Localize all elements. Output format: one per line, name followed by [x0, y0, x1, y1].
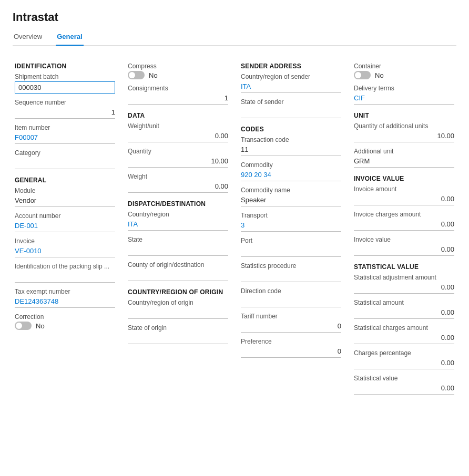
sequence-number-value: 1: [15, 107, 115, 119]
correction-toggle-row: No: [15, 322, 115, 330]
tab-general[interactable]: General: [56, 29, 83, 46]
invoice-field: Invoice VE-0010: [15, 237, 115, 257]
commodity-field: Commodity 920 20 34: [241, 161, 341, 181]
transaction-code-value: 11: [241, 144, 341, 156]
quantity-value: 10.00: [128, 156, 228, 168]
statistical-charges-amount-field: Statistical charges amount 0.00: [354, 324, 454, 344]
compress-section: Compress No: [128, 63, 228, 79]
direction-code-value: [241, 296, 341, 307]
additional-unit-field: Additional unit GRM: [354, 148, 454, 168]
state-of-sender-field: State of sender: [241, 98, 341, 118]
qty-additional-units-value: 10.00: [354, 131, 454, 142]
general-header: GENERAL: [15, 177, 115, 184]
consignments-value: 1: [128, 93, 228, 105]
compress-toggle-label: No: [149, 71, 158, 79]
identification-header: IDENTIFICATION: [15, 63, 115, 70]
category-value: [15, 158, 115, 169]
column-4: Container No Delivery terms CIF UNIT Qua…: [352, 55, 456, 400]
commodity-value[interactable]: 920 20 34: [241, 170, 341, 181]
direction-code-field: Direction code: [241, 287, 341, 307]
account-number-field: Account number DE-001: [15, 212, 115, 232]
tax-exempt-field: Tax exempt number DE124363748: [15, 288, 115, 308]
preference-value: 0: [241, 346, 341, 358]
correction-toggle-label: No: [36, 322, 45, 330]
invoice-charges-amount-field: Invoice charges amount 0.00: [354, 211, 454, 231]
invoice-value[interactable]: VE-0010: [15, 246, 115, 257]
unit-header: UNIT: [354, 112, 454, 119]
codes-header: CODES: [241, 126, 341, 133]
packing-slip-field: Identification of the packing slip ...: [15, 263, 115, 283]
invoice-value-header: INVOICE VALUE: [354, 175, 454, 182]
county-origin-field: County of origin/destination: [128, 261, 228, 281]
statistical-amount-field: Statistical amount 0.00: [354, 299, 454, 319]
delivery-terms-value[interactable]: CIF: [354, 93, 454, 105]
column-2: Compress No Consignments 1 DATA Weight/u…: [126, 55, 230, 400]
sender-country-value[interactable]: ITA: [241, 81, 341, 93]
country-region-origin-header: COUNTRY/REGION OF ORIGIN: [128, 288, 228, 296]
compress-toggle[interactable]: [128, 71, 145, 79]
correction-toggle[interactable]: [15, 322, 32, 330]
dispatch-country-value[interactable]: ITA: [128, 219, 228, 231]
port-value: [241, 245, 341, 257]
transaction-code-field: Transaction code 11: [241, 136, 341, 156]
account-number-value[interactable]: DE-001: [15, 221, 115, 232]
statistical-value-header: STATISTICAL VALUE: [354, 263, 454, 271]
country-region-origin-field: Country/region of origin: [128, 299, 228, 319]
item-number-value[interactable]: F00007: [15, 132, 115, 144]
invoice-value-field: Invoice value 0.00: [354, 236, 454, 256]
sequence-number-field: Sequence number 1: [15, 99, 115, 119]
tax-exempt-value[interactable]: DE124363748: [15, 296, 115, 308]
container-toggle-row: No: [354, 71, 454, 79]
compress-toggle-row: No: [128, 71, 228, 79]
weight-value: 0.00: [128, 181, 228, 193]
packing-slip-value: [15, 271, 115, 283]
additional-unit-value: GRM: [354, 156, 454, 168]
tab-bar: Overview General: [13, 29, 456, 46]
statistical-value-field: Statistical value 0.00: [354, 375, 454, 395]
module-field: Module Vendor: [15, 187, 115, 207]
transport-value[interactable]: 3: [241, 220, 341, 232]
charges-percentage-field: Charges percentage 0.00: [354, 349, 454, 369]
correction-field: Correction No: [15, 313, 115, 330]
commodity-name-field: Commodity name Speaker: [241, 187, 341, 206]
state-of-sender-value: [241, 107, 341, 118]
consignments-field: Consignments 1: [128, 85, 228, 105]
statistics-procedure-value: [241, 271, 341, 282]
country-region-origin-value: [128, 307, 228, 319]
module-value: Vendor: [15, 195, 115, 207]
weight-unit-value: 0.00: [128, 131, 228, 142]
transport-field: Transport 3: [241, 212, 341, 232]
weight-field: Weight 0.00: [128, 173, 228, 193]
column-3: SENDER ADDRESS Country/region of sender …: [239, 55, 343, 400]
statistical-charges-amount-value: 0.00: [354, 333, 454, 344]
shipment-batch-field: Shipment batch 000030: [15, 73, 115, 94]
tab-overview[interactable]: Overview: [13, 29, 43, 46]
invoice-charges-amount-value: 0.00: [354, 219, 454, 231]
column-1: IDENTIFICATION Shipment batch 000030 Seq…: [13, 55, 117, 400]
delivery-terms-field: Delivery terms CIF: [354, 85, 454, 105]
preference-field: Preference 0: [241, 338, 341, 358]
invoice-amount-value: 0.00: [354, 194, 454, 205]
statistical-adjustment-amount-field: Statistical adjustment amount 0.00: [354, 274, 454, 294]
statistical-value-value: 0.00: [354, 383, 454, 395]
state-of-origin-field: State of origin: [128, 324, 228, 344]
commodity-name-value: Speaker: [241, 195, 341, 206]
county-origin-value: [128, 270, 228, 281]
item-number-field: Item number F00007: [15, 124, 115, 144]
data-header: DATA: [128, 112, 228, 119]
category-field: Category: [15, 149, 115, 169]
tariff-number-value: 0: [241, 321, 341, 333]
port-field: Port: [241, 237, 341, 257]
charges-percentage-value: 0.00: [354, 358, 454, 369]
dispatch-state-field: State: [128, 236, 228, 256]
qty-additional-units-field: Quantity of additional units 10.00: [354, 122, 454, 142]
container-toggle[interactable]: [354, 71, 371, 79]
container-toggle-label: No: [375, 71, 384, 79]
dispatch-state-value: [128, 244, 228, 256]
state-of-origin-value: [128, 333, 228, 344]
tariff-number-field: Tariff number 0: [241, 313, 341, 333]
shipment-batch-value[interactable]: 000030: [15, 81, 115, 94]
weight-unit-field: Weight/unit 0.00: [128, 122, 228, 142]
quantity-field: Quantity 10.00: [128, 148, 228, 168]
statistical-adjustment-amount-value: 0.00: [354, 282, 454, 294]
